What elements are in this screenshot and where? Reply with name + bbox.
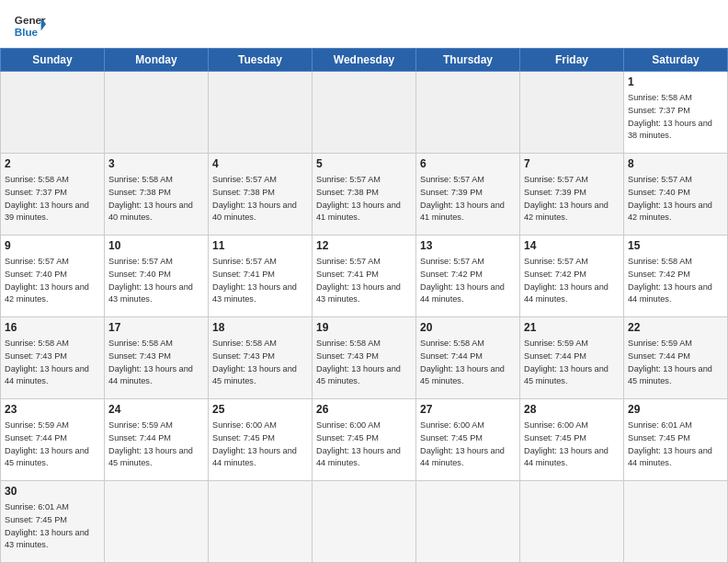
day-number: 12	[316, 238, 412, 254]
day-cell	[416, 72, 520, 154]
day-info: Sunrise: 5:58 AM Sunset: 7:37 PM Dayligh…	[5, 175, 89, 223]
day-cell: 9Sunrise: 5:57 AM Sunset: 7:40 PM Daylig…	[1, 236, 105, 317]
logo-icon: General Blue	[13, 9, 46, 42]
day-cell: 2Sunrise: 5:58 AM Sunset: 7:37 PM Daylig…	[1, 154, 105, 236]
day-cell: 26Sunrise: 6:00 AM Sunset: 7:45 PM Dayli…	[313, 399, 416, 481]
day-cell: 25Sunrise: 6:00 AM Sunset: 7:45 PM Dayli…	[209, 399, 313, 481]
day-cell: 10Sunrise: 5:57 AM Sunset: 7:40 PM Dayli…	[105, 236, 209, 317]
logo: General Blue	[13, 9, 46, 42]
day-number: 28	[524, 402, 620, 418]
day-info: Sunrise: 6:00 AM Sunset: 7:45 PM Dayligh…	[316, 420, 401, 468]
day-number: 3	[108, 156, 204, 172]
day-number: 25	[212, 402, 308, 418]
day-info: Sunrise: 5:58 AM Sunset: 7:44 PM Dayligh…	[420, 339, 505, 386]
week-row-3: 9Sunrise: 5:57 AM Sunset: 7:40 PM Daylig…	[1, 236, 728, 317]
day-number: 22	[628, 320, 723, 336]
day-number: 5	[316, 156, 412, 172]
day-cell: 20Sunrise: 5:58 AM Sunset: 7:44 PM Dayli…	[416, 317, 520, 399]
day-cell	[313, 72, 416, 154]
day-number: 10	[108, 238, 204, 254]
day-info: Sunrise: 5:58 AM Sunset: 7:43 PM Dayligh…	[5, 339, 89, 386]
weekday-header-monday: Monday	[105, 49, 209, 72]
weekday-header-friday: Friday	[520, 49, 624, 72]
day-info: Sunrise: 5:57 AM Sunset: 7:38 PM Dayligh…	[316, 175, 401, 223]
day-cell: 30Sunrise: 6:01 AM Sunset: 7:45 PM Dayli…	[1, 481, 105, 563]
day-info: Sunrise: 5:58 AM Sunset: 7:43 PM Dayligh…	[316, 339, 401, 386]
day-info: Sunrise: 6:00 AM Sunset: 7:45 PM Dayligh…	[420, 420, 505, 468]
day-number: 18	[212, 320, 308, 336]
day-info: Sunrise: 5:58 AM Sunset: 7:37 PM Dayligh…	[628, 93, 712, 141]
weekday-header-row: SundayMondayTuesdayWednesdayThursdayFrid…	[1, 49, 728, 72]
day-cell: 1Sunrise: 5:58 AM Sunset: 7:37 PM Daylig…	[624, 72, 728, 154]
week-row-4: 16Sunrise: 5:58 AM Sunset: 7:43 PM Dayli…	[1, 317, 728, 399]
day-number: 17	[108, 320, 204, 336]
day-cell	[105, 72, 209, 154]
svg-text:Blue: Blue	[15, 26, 39, 38]
day-cell: 22Sunrise: 5:59 AM Sunset: 7:44 PM Dayli…	[624, 317, 728, 399]
day-cell: 13Sunrise: 5:57 AM Sunset: 7:42 PM Dayli…	[416, 236, 520, 317]
day-cell	[624, 481, 728, 563]
day-cell	[520, 481, 624, 563]
day-info: Sunrise: 6:00 AM Sunset: 7:45 PM Dayligh…	[212, 420, 297, 468]
day-info: Sunrise: 5:59 AM Sunset: 7:44 PM Dayligh…	[628, 339, 712, 386]
day-info: Sunrise: 6:00 AM Sunset: 7:45 PM Dayligh…	[524, 420, 609, 468]
day-cell: 18Sunrise: 5:58 AM Sunset: 7:43 PM Dayli…	[209, 317, 313, 399]
day-cell	[313, 481, 416, 563]
calendar-table: SundayMondayTuesdayWednesdayThursdayFrid…	[0, 48, 728, 563]
day-info: Sunrise: 5:57 AM Sunset: 7:40 PM Dayligh…	[628, 175, 712, 223]
day-number: 4	[212, 156, 308, 172]
day-info: Sunrise: 5:59 AM Sunset: 7:44 PM Dayligh…	[524, 339, 609, 386]
weekday-header-saturday: Saturday	[624, 49, 728, 72]
day-number: 14	[524, 238, 620, 254]
day-number: 26	[316, 402, 412, 418]
day-cell: 3Sunrise: 5:58 AM Sunset: 7:38 PM Daylig…	[105, 154, 209, 236]
day-info: Sunrise: 5:58 AM Sunset: 7:43 PM Dayligh…	[212, 339, 297, 386]
day-number: 8	[628, 156, 723, 172]
day-cell: 21Sunrise: 5:59 AM Sunset: 7:44 PM Dayli…	[520, 317, 624, 399]
day-number: 20	[420, 320, 516, 336]
week-row-5: 23Sunrise: 5:59 AM Sunset: 7:44 PM Dayli…	[1, 399, 728, 481]
day-number: 19	[316, 320, 412, 336]
day-info: Sunrise: 6:01 AM Sunset: 7:45 PM Dayligh…	[628, 420, 712, 468]
day-cell: 28Sunrise: 6:00 AM Sunset: 7:45 PM Dayli…	[520, 399, 624, 481]
day-cell: 12Sunrise: 5:57 AM Sunset: 7:41 PM Dayli…	[313, 236, 416, 317]
day-cell	[1, 72, 105, 154]
day-info: Sunrise: 5:57 AM Sunset: 7:40 PM Dayligh…	[108, 257, 193, 304]
day-cell	[105, 481, 209, 563]
day-number: 2	[5, 156, 100, 172]
day-info: Sunrise: 5:57 AM Sunset: 7:39 PM Dayligh…	[420, 175, 505, 223]
calendar-page: General Blue SundayMondayTuesdayWednesda…	[0, 0, 728, 563]
header: General Blue	[0, 0, 728, 48]
week-row-1: 1Sunrise: 5:58 AM Sunset: 7:37 PM Daylig…	[1, 72, 728, 154]
weekday-header-sunday: Sunday	[1, 49, 105, 72]
week-row-2: 2Sunrise: 5:58 AM Sunset: 7:37 PM Daylig…	[1, 154, 728, 236]
day-cell: 6Sunrise: 5:57 AM Sunset: 7:39 PM Daylig…	[416, 154, 520, 236]
day-info: Sunrise: 5:57 AM Sunset: 7:41 PM Dayligh…	[212, 257, 297, 304]
day-cell: 24Sunrise: 5:59 AM Sunset: 7:44 PM Dayli…	[105, 399, 209, 481]
day-cell	[209, 481, 313, 563]
weekday-header-wednesday: Wednesday	[313, 49, 416, 72]
day-number: 30	[5, 484, 100, 500]
day-info: Sunrise: 5:57 AM Sunset: 7:39 PM Dayligh…	[524, 175, 609, 223]
day-info: Sunrise: 5:58 AM Sunset: 7:38 PM Dayligh…	[108, 175, 193, 223]
weekday-header-thursday: Thursday	[416, 49, 520, 72]
day-info: Sunrise: 6:01 AM Sunset: 7:45 PM Dayligh…	[5, 502, 89, 550]
day-number: 29	[628, 402, 723, 418]
day-cell: 7Sunrise: 5:57 AM Sunset: 7:39 PM Daylig…	[520, 154, 624, 236]
day-number: 7	[524, 156, 620, 172]
day-info: Sunrise: 5:58 AM Sunset: 7:42 PM Dayligh…	[628, 257, 712, 304]
day-info: Sunrise: 5:57 AM Sunset: 7:41 PM Dayligh…	[316, 257, 401, 304]
weekday-header-tuesday: Tuesday	[209, 49, 313, 72]
day-number: 11	[212, 238, 308, 254]
day-number: 13	[420, 238, 516, 254]
day-cell: 4Sunrise: 5:57 AM Sunset: 7:38 PM Daylig…	[209, 154, 313, 236]
day-cell: 14Sunrise: 5:57 AM Sunset: 7:42 PM Dayli…	[520, 236, 624, 317]
day-number: 9	[5, 238, 100, 254]
day-cell: 11Sunrise: 5:57 AM Sunset: 7:41 PM Dayli…	[209, 236, 313, 317]
day-info: Sunrise: 5:57 AM Sunset: 7:38 PM Dayligh…	[212, 175, 297, 223]
day-cell	[209, 72, 313, 154]
day-cell	[416, 481, 520, 563]
day-cell: 15Sunrise: 5:58 AM Sunset: 7:42 PM Dayli…	[624, 236, 728, 317]
day-number: 27	[420, 402, 516, 418]
day-number: 6	[420, 156, 516, 172]
